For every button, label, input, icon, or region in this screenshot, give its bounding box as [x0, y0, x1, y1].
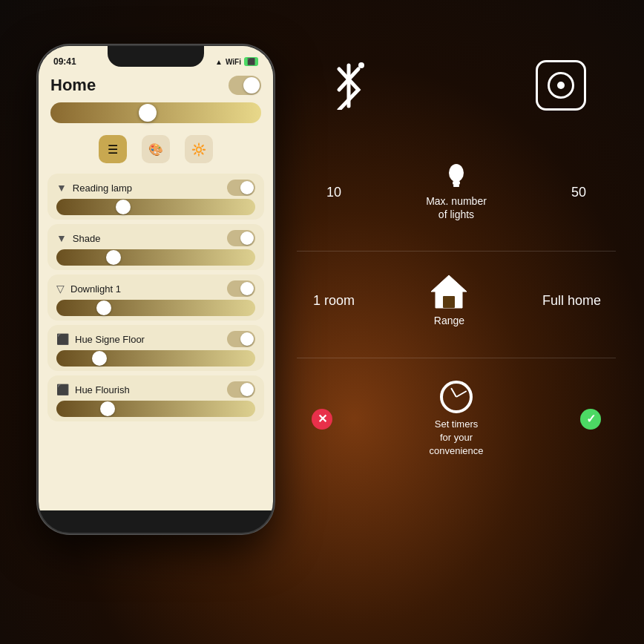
light-toggle-3[interactable] — [227, 280, 255, 297]
bulb-icon-3: ▽ — [56, 283, 65, 295]
light-toggle-5[interactable] — [227, 381, 255, 398]
range-right-value: Full home — [542, 293, 601, 309]
divider-2 — [297, 358, 616, 358]
light-name-5: Hue Flourish — [75, 384, 130, 395]
bridge-circle-inner — [557, 82, 565, 89]
info-panel: 10 Max. number of lights 50 1 room Range — [297, 45, 616, 608]
light-toggle-2[interactable] — [227, 230, 255, 246]
phone-notch — [108, 46, 204, 67]
light-row: ▽ Downlight 1 — [47, 275, 264, 321]
tab-bar: ☰ 🎨 🔆 — [39, 129, 273, 169]
range-label: Range — [434, 314, 464, 327]
bluetooth-icon — [326, 59, 371, 111]
slider-thumb-2 — [106, 250, 121, 265]
clock-icon — [440, 381, 473, 413]
status-icons: ▲ WiFi ⬛ — [215, 57, 258, 66]
light-toggle-1[interactable] — [227, 180, 255, 196]
bridge-icon — [536, 60, 586, 111]
range-left-value: 1 room — [312, 293, 356, 309]
svg-rect-3 — [453, 181, 460, 185]
slider-thumb-3 — [96, 300, 111, 315]
cross-icon: ✕ — [312, 409, 332, 430]
max-lights-label: Max. number of lights — [426, 194, 487, 221]
light-name-4: Hue Signe Floor — [75, 334, 145, 345]
phone-screen: 09:41 ▲ WiFi ⬛ Home ☰ 🎨 🔆 — [39, 46, 273, 510]
home-title: Home — [50, 76, 96, 95]
bluetooth-block — [326, 59, 371, 111]
max-lights-left-value: 10 — [312, 185, 356, 200]
timers-row: ✕ Set timers for your convenience ✓ — [297, 366, 616, 473]
house-icon — [430, 274, 468, 309]
light-name-1: Reading lamp — [73, 183, 132, 194]
brightness-slider[interactable] — [50, 102, 261, 123]
bulb-icon-feature — [447, 163, 465, 190]
app-header: Home — [39, 70, 273, 99]
light-slider-3[interactable] — [56, 300, 255, 316]
slider-thumb-5 — [100, 401, 115, 416]
tab-colors[interactable]: 🔆 — [185, 135, 213, 163]
light-row: ▼ Shade — [47, 224, 264, 270]
phone-body: 09:41 ▲ WiFi ⬛ Home ☰ 🎨 🔆 — [37, 45, 275, 534]
bulb-icon-5: ⬛ — [56, 384, 69, 395]
brightness-thumb — [139, 104, 157, 122]
light-name-3: Downlight 1 — [70, 283, 121, 295]
bulb-icon-4: ⬛ — [56, 333, 69, 345]
timers-label: Set timers for your convenience — [430, 418, 484, 459]
max-lights-right-value: 50 — [556, 185, 601, 200]
bulb-icon-2: ▼ — [56, 232, 67, 244]
light-toggle-4[interactable] — [227, 331, 255, 347]
slider-thumb-4 — [92, 351, 107, 366]
lights-list: ▼ Reading lamp ▼ Shade — [39, 169, 273, 426]
phone-mockup: 09:41 ▲ WiFi ⬛ Home ☰ 🎨 🔆 — [37, 45, 275, 534]
top-icons-row — [297, 45, 616, 126]
svg-point-2 — [449, 164, 464, 182]
check-icon: ✓ — [580, 409, 601, 430]
range-center: Range — [356, 274, 542, 327]
light-slider-2[interactable] — [56, 249, 255, 266]
light-row: ⬛ Hue Signe Floor — [47, 325, 264, 371]
light-slider-5[interactable] — [56, 401, 255, 417]
light-row: ⬛ Hue Flourish — [47, 375, 264, 421]
wifi-icon: WiFi — [226, 58, 241, 66]
range-row: 1 room Range Full home — [297, 259, 616, 342]
light-row: ▼ Reading lamp — [47, 174, 264, 220]
timers-center: Set timers for your convenience — [332, 381, 580, 459]
max-lights-row: 10 Max. number of lights 50 — [297, 148, 616, 236]
bluetooth-svg — [330, 62, 367, 110]
max-lights-center: Max. number of lights — [356, 163, 556, 221]
tab-scenes[interactable]: 🎨 — [142, 135, 170, 163]
home-toggle[interactable] — [229, 76, 261, 95]
divider-1 — [297, 251, 616, 252]
light-slider-4[interactable] — [56, 350, 255, 367]
tab-list[interactable]: ☰ — [99, 135, 127, 163]
bulb-icon-1: ▼ — [56, 182, 67, 194]
battery-icon: ⬛ — [244, 57, 258, 66]
light-name-2: Shade — [73, 233, 101, 244]
slider-thumb-1 — [116, 200, 131, 214]
light-slider-1[interactable] — [56, 199, 255, 215]
bridge-circle-outer — [548, 72, 574, 99]
status-time: 09:41 — [53, 56, 76, 67]
bridge-block — [536, 60, 586, 111]
svg-point-1 — [358, 62, 364, 68]
svg-rect-6 — [443, 296, 455, 308]
clock-hand-minute — [456, 390, 467, 398]
svg-rect-4 — [453, 185, 459, 187]
signal-icon: ▲ — [215, 58, 223, 66]
